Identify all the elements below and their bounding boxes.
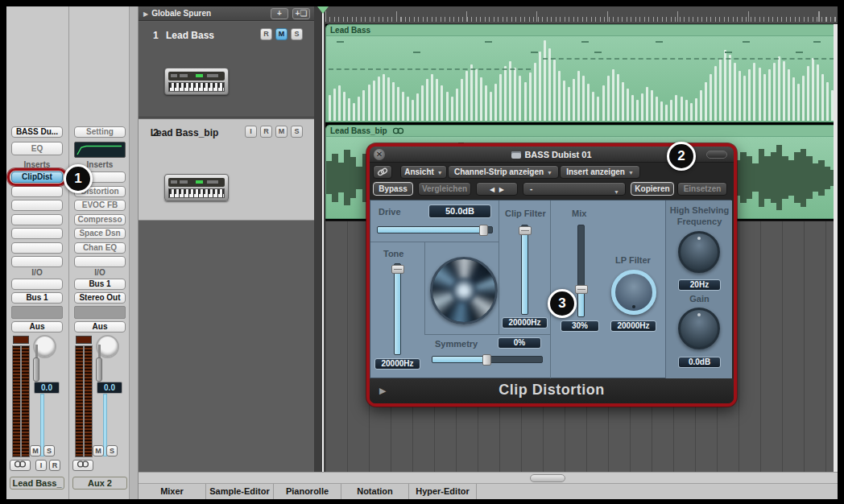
strip1-insert-slot-empty-4[interactable] bbox=[11, 228, 63, 239]
strip1-eq-button[interactable]: EQ bbox=[11, 142, 63, 155]
drive-value[interactable]: 50.0dB bbox=[428, 204, 491, 218]
preset-dropdown[interactable]: -▼ bbox=[523, 182, 626, 196]
strip2-output-button[interactable]: Aus bbox=[74, 321, 126, 333]
strip1-stereo-icon[interactable] bbox=[10, 460, 31, 471]
track1-name[interactable]: Lead Bass bbox=[139, 30, 242, 41]
strip1-group-slot[interactable] bbox=[11, 306, 63, 319]
strip2-name-label[interactable]: Aux 2 bbox=[72, 477, 127, 490]
strip1-output-button[interactable]: Aus bbox=[11, 321, 63, 333]
strip1-fader-handle[interactable] bbox=[33, 357, 39, 382]
region1-midi-bars bbox=[329, 36, 834, 121]
mix-slider[interactable] bbox=[577, 225, 585, 317]
strip1-insert-slot-empty-3[interactable] bbox=[11, 214, 63, 225]
strip1-insert-slot-empty-5[interactable] bbox=[11, 242, 63, 254]
strip2-io-slot-Stereo Out[interactable]: Stereo Out bbox=[74, 292, 126, 304]
view-menu-button[interactable]: Ansicht▼ bbox=[400, 165, 447, 179]
channel-strip-menu-button[interactable]: Channel-Strip anzeigen▼ bbox=[448, 165, 559, 179]
drive-slider[interactable] bbox=[377, 226, 493, 233]
tone-slider[interactable] bbox=[394, 263, 401, 355]
strip1-setting-button[interactable]: BASS Du... bbox=[11, 126, 63, 138]
vertical-scrollbar[interactable] bbox=[834, 24, 838, 472]
symmetry-value[interactable]: 0% bbox=[498, 337, 541, 349]
track2-s-button[interactable]: S bbox=[291, 126, 303, 138]
insert-menu-button[interactable]: Insert anzeigen▼ bbox=[560, 165, 640, 179]
strip1-mute-button[interactable]: M bbox=[30, 445, 41, 456]
plugin-window-clip-distortion[interactable]: ✕ BASS Dubist 01 Ansicht▼ Channel-Strip … bbox=[366, 143, 737, 407]
track1-r-button[interactable]: R bbox=[260, 28, 272, 40]
region-lead-bass[interactable]: Lead Bass bbox=[325, 24, 838, 122]
track2-i-button[interactable]: I bbox=[245, 126, 257, 138]
track2-m-button[interactable]: M bbox=[275, 126, 288, 138]
strip2-insert-slot-empty-6[interactable] bbox=[74, 256, 126, 267]
clip-filter-slider[interactable] bbox=[521, 225, 528, 315]
strip1-insert-slot-empty-1[interactable] bbox=[11, 186, 63, 197]
strip1-insert-slot-empty-6[interactable] bbox=[11, 256, 63, 267]
strip1-name-label[interactable]: Lead Bass_ bbox=[10, 477, 64, 490]
next-arrow-icon[interactable]: ▶ bbox=[499, 186, 504, 193]
strip2-setting-button[interactable]: Setting bbox=[74, 126, 126, 138]
bar-ruler[interactable] bbox=[325, 6, 838, 24]
strip1-fader-value[interactable]: 0.0 bbox=[34, 382, 60, 394]
hs-frequency-value[interactable]: 20Hz bbox=[678, 279, 721, 291]
lp-filter-value[interactable]: 20000Hz bbox=[610, 320, 656, 332]
prev-arrow-icon[interactable]: ◀ bbox=[490, 186, 494, 193]
horizontal-scrollbar[interactable] bbox=[139, 472, 838, 483]
add-multiple-tracks-button[interactable]: +❏ bbox=[292, 8, 310, 19]
strip2-io-slot-Bus 1[interactable]: Bus 1 bbox=[74, 279, 126, 290]
tab-mixer[interactable]: Mixer bbox=[139, 484, 206, 499]
dropdown-arrow-icon: ▼ bbox=[547, 170, 552, 176]
strip2-stereo-icon[interactable] bbox=[72, 460, 93, 471]
playhead-marker-icon[interactable] bbox=[317, 6, 329, 14]
clip-filter-value[interactable]: 20000Hz bbox=[502, 317, 548, 328]
compare-button[interactable]: Vergleichen bbox=[418, 182, 471, 196]
track-row-2[interactable]: 2 Lead Bass_bip IRMS bbox=[139, 119, 314, 221]
annotation-badge-2: 2 bbox=[667, 142, 696, 171]
track1-s-button[interactable]: S bbox=[291, 28, 303, 40]
strip-scrollbar-lane[interactable] bbox=[129, 6, 139, 499]
strip1-insert-slot-empty-2[interactable] bbox=[11, 200, 63, 211]
strip1-solo-button[interactable]: S bbox=[43, 445, 55, 456]
minimize-lozenge-icon[interactable] bbox=[706, 151, 727, 159]
strip2-eq-thumbnail[interactable] bbox=[74, 142, 126, 158]
link-button[interactable] bbox=[373, 165, 392, 179]
strip2-solo-button[interactable]: S bbox=[106, 445, 118, 456]
tab-notation[interactable]: Notation bbox=[341, 484, 409, 499]
strip1-i-button[interactable]: I bbox=[35, 460, 47, 471]
strip2-group-slot[interactable] bbox=[74, 306, 126, 319]
strip1-io-label: I/O bbox=[11, 268, 63, 277]
tone-value[interactable]: 20000Hz bbox=[374, 358, 420, 370]
horizontal-scroll-thumb[interactable] bbox=[530, 474, 565, 482]
track1-m-button[interactable]: M bbox=[275, 28, 288, 40]
strip1-io-slot-empty[interactable] bbox=[11, 279, 63, 290]
preset-prev-next-buttons[interactable]: ◀ ▶ bbox=[476, 182, 518, 196]
lp-filter-knob[interactable] bbox=[611, 270, 656, 315]
strip2-insert-slot-EVOC FB[interactable]: EVOC FB bbox=[74, 200, 126, 211]
tab-pianorolle[interactable]: Pianorolle bbox=[274, 484, 341, 499]
copy-button[interactable]: Kopieren bbox=[631, 182, 674, 196]
strip2-insert-slot-Chan EQ[interactable]: Chan EQ bbox=[74, 242, 126, 254]
mix-value[interactable]: 30% bbox=[561, 320, 599, 332]
add-track-button[interactable]: + bbox=[271, 8, 288, 19]
strip1-insert-slot-ClipDist[interactable]: ClipDist bbox=[11, 171, 63, 183]
strip2-insert-slot-Compresso[interactable]: Compresso bbox=[74, 214, 126, 225]
global-tracks-header[interactable]: ▶Globale Spuren + +❏ bbox=[139, 6, 314, 21]
bypass-button[interactable]: Bypass bbox=[373, 182, 413, 196]
gain-value[interactable]: 0.0dB bbox=[678, 357, 721, 368]
tab-hyper-editor[interactable]: Hyper-Editor bbox=[409, 484, 477, 499]
track-row-1[interactable]: 1 Lead Bass RMS bbox=[139, 22, 314, 118]
paste-button[interactable]: Einsetzen bbox=[677, 182, 727, 196]
playhead-line[interactable] bbox=[322, 6, 324, 472]
tab-sample-editor[interactable]: Sample-Editor bbox=[206, 484, 274, 499]
symmetry-slider[interactable] bbox=[432, 356, 543, 363]
strip2-fader-value[interactable]: 0.0 bbox=[97, 382, 122, 394]
strip2-fader-handle[interactable] bbox=[96, 357, 102, 382]
strip1-r-button[interactable]: R bbox=[49, 460, 60, 471]
gain-knob[interactable] bbox=[678, 308, 720, 349]
disclosure-triangle-icon[interactable]: ▶ bbox=[143, 10, 148, 18]
strip2-insert-slot-Space Dsn[interactable]: Space Dsn bbox=[74, 228, 126, 239]
track2-r-button[interactable]: R bbox=[260, 126, 272, 138]
strip1-io-slot-Bus 1[interactable]: Bus 1 bbox=[11, 292, 63, 304]
strip2-mute-button[interactable]: M bbox=[93, 445, 104, 456]
track2-name[interactable]: Lead Bass_bip bbox=[139, 127, 230, 138]
hs-frequency-knob[interactable] bbox=[678, 231, 720, 273]
